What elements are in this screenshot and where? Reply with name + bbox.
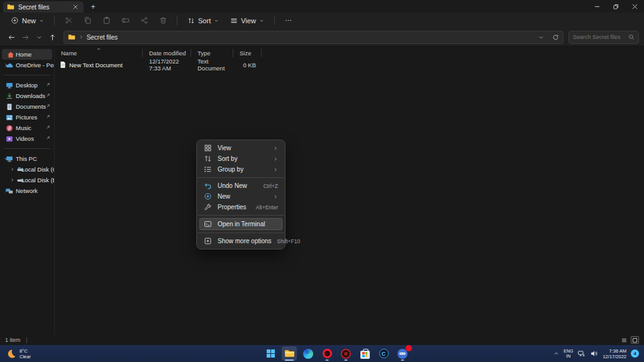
menu-item-group-by[interactable]: Group by (199, 164, 282, 175)
shortcut-label: Ctrl+Z (264, 183, 278, 189)
language-indicator[interactable]: ENG IN (564, 349, 573, 359)
weather-widget[interactable]: 8°C Clear (0, 348, 31, 359)
sidebar-item-documents[interactable]: Documents (0, 101, 54, 112)
menu-item-show-more-options[interactable]: Show more options Shift+F10 (199, 236, 282, 246)
sidebar-item-local-disk-e[interactable]: Local Disk (E:) (0, 175, 54, 185)
sidebar-item-network[interactable]: Network (0, 185, 54, 196)
column-header-date-modified[interactable]: Date modified (143, 49, 191, 57)
sidebar-item-downloads[interactable]: Downloads (0, 90, 54, 101)
recent-locations-button[interactable] (32, 31, 46, 43)
taskbar-c-app[interactable]: C (376, 346, 391, 361)
sidebar-item-local-disk-c[interactable]: Local Disk (C:) (0, 164, 54, 175)
view-button[interactable]: View (226, 15, 269, 26)
menu-item-open-in-terminal[interactable]: Open in Terminal (199, 218, 282, 230)
refresh-button[interactable] (552, 34, 559, 41)
start-button[interactable] (263, 346, 278, 361)
forward-button[interactable] (19, 31, 33, 43)
tray-chevron-up-icon[interactable] (553, 351, 559, 356)
sidebar-item-music[interactable]: Music (0, 123, 54, 133)
notification-badge (406, 345, 412, 351)
navigation-pane: Home OneDrive - Persona Desktop Download… (0, 47, 54, 335)
toolbar-separator (54, 16, 55, 25)
search-input[interactable] (573, 34, 628, 40)
drive-icon (17, 177, 24, 184)
share-icon (140, 16, 148, 25)
pin-icon (45, 92, 51, 98)
clock[interactable]: 7:36 AM 12/17/2022 (602, 348, 626, 359)
column-header-size[interactable]: Size (233, 49, 262, 57)
windows-start-icon (267, 349, 275, 358)
search-icon[interactable] (628, 34, 635, 40)
details-view-button[interactable] (620, 336, 628, 344)
taskbar-opera[interactable] (319, 346, 335, 361)
tab-close-icon[interactable] (71, 3, 80, 11)
show-more-icon (204, 237, 212, 245)
sidebar-item-pictures[interactable]: Pictures (0, 112, 54, 123)
menu-item-properties[interactable]: Properties Alt+Enter (199, 202, 282, 212)
menu-item-new[interactable]: New (199, 191, 282, 202)
breadcrumb[interactable]: Secret files (87, 34, 535, 41)
item-count: 1 item (5, 337, 21, 343)
chevron-right-icon[interactable] (10, 178, 14, 182)
notification-count-badge[interactable]: 4 (631, 349, 639, 358)
chevron-down-icon (214, 18, 219, 23)
taskbar-microsoft-store[interactable] (357, 346, 372, 361)
new-button[interactable]: New (6, 14, 48, 26)
menu-item-undo-new[interactable]: Undo New Ctrl+Z (199, 180, 282, 191)
taskbar-edge[interactable] (301, 346, 316, 361)
cut-button[interactable] (60, 14, 77, 26)
sidebar-item-onedrive[interactable]: OneDrive - Persona (0, 60, 54, 70)
shortcut-label: Alt+Enter (256, 204, 278, 211)
close-button[interactable] (625, 0, 644, 13)
sidebar-item-home[interactable]: Home (2, 49, 52, 60)
file-row[interactable]: New Text Document 12/17/2022 7:33 AM Tex… (55, 58, 644, 69)
tray-time: 7:36 AM (602, 348, 626, 354)
toolbar-separator (177, 16, 177, 25)
view-grid-icon (204, 144, 212, 152)
copy-button[interactable] (79, 14, 96, 26)
paste-button[interactable] (98, 14, 114, 26)
new-tab-button[interactable]: + (88, 2, 98, 12)
taskbar-file-explorer[interactable] (282, 346, 297, 361)
search-box[interactable] (569, 31, 639, 44)
taskbar-red-app[interactable] (338, 346, 353, 361)
restore-button[interactable] (606, 0, 625, 13)
back-button[interactable] (5, 31, 19, 43)
taskbar-chat-app[interactable] (395, 346, 410, 361)
pin-icon (45, 82, 51, 87)
menu-item-view[interactable]: View (199, 143, 282, 153)
sidebar-item-videos[interactable]: Videos (0, 133, 54, 144)
chevron-right-icon[interactable] (10, 167, 14, 172)
rename-button[interactable] (117, 14, 133, 26)
column-header-type[interactable]: Type (191, 49, 233, 57)
address-dropdown-icon[interactable] (538, 35, 544, 40)
sidebar-item-desktop[interactable]: Desktop (0, 80, 54, 90)
running-indicator (326, 359, 329, 361)
sidebar-item-this-pc[interactable]: This PC (0, 153, 54, 164)
file-list: Name Date modified Type Size New Text Do… (54, 47, 644, 335)
refresh-icon (552, 34, 559, 41)
minimize-button[interactable] (587, 0, 606, 13)
network-tray-icon[interactable] (577, 349, 586, 358)
menu-item-sort-by[interactable]: Sort by (199, 153, 282, 164)
paste-icon (103, 16, 111, 25)
volume-icon[interactable] (590, 349, 598, 358)
active-indicator (285, 359, 294, 361)
up-button[interactable] (46, 31, 60, 43)
explorer-tab[interactable]: Secret files (3, 1, 84, 13)
see-more-button[interactable] (280, 14, 297, 26)
share-button[interactable] (136, 14, 152, 26)
rename-icon (121, 16, 130, 25)
navigation-bar: Secret files (0, 28, 644, 47)
address-bar[interactable]: Secret files (64, 31, 564, 44)
cut-icon (65, 16, 73, 25)
pin-icon (45, 103, 51, 109)
thumbnail-view-button[interactable] (631, 336, 639, 344)
submenu-chevron-icon (273, 156, 278, 162)
network-icon (6, 187, 13, 195)
submenu-chevron-icon (273, 146, 278, 151)
home-icon (7, 51, 14, 58)
forward-icon (21, 33, 30, 41)
delete-button[interactable] (155, 14, 171, 26)
sort-button[interactable]: Sort (183, 15, 223, 26)
